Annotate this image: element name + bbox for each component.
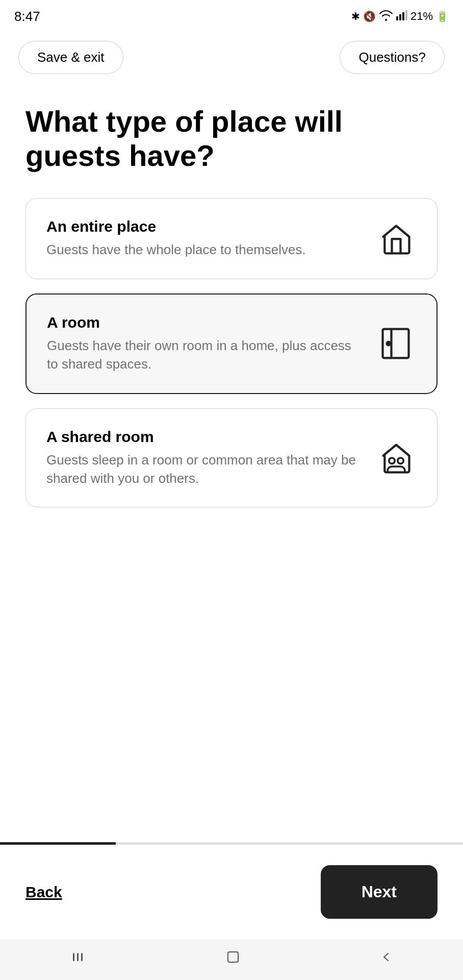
room-icon [375,323,416,364]
option-a-room[interactable]: A room Guests have their own room in a h… [25,293,438,394]
save-exit-button[interactable]: Save & exit [18,41,123,74]
svg-rect-9 [77,953,79,961]
option-shared-room-title: A shared room [46,428,361,446]
progress-segment-4 [347,842,463,845]
svg-rect-8 [73,953,74,961]
progress-segment-3 [232,842,347,845]
android-menu-icon[interactable] [70,951,86,963]
page-title: What type of place will guests have? [25,105,438,173]
signal-icon [396,10,407,23]
bottom-nav: Back Next [0,850,463,939]
svg-rect-3 [405,10,407,20]
battery-icon: 🔋 [436,10,449,22]
option-entire-place[interactable]: An entire place Guests have the whole pl… [25,198,438,279]
svg-rect-0 [396,16,398,20]
option-entire-place-desc: Guests have the whole place to themselve… [46,240,361,259]
wifi-icon [379,10,393,23]
main-content: What type of place will guests have? An … [0,84,463,842]
status-bar: 8:47 ✱ 🔇 21% 🔋 [0,0,463,31]
battery-percentage: 21% [410,10,433,23]
android-back-icon[interactable] [380,950,393,964]
svg-point-6 [389,458,395,463]
home-icon [376,218,417,259]
android-home-icon[interactable] [225,949,241,965]
svg-rect-1 [399,14,401,20]
bluetooth-icon: ✱ [351,10,360,22]
status-icons: ✱ 🔇 21% 🔋 [351,10,449,23]
option-shared-room[interactable]: A shared room Guests sleep in a room or … [25,408,438,508]
progress-segment-1 [0,842,116,845]
option-entire-place-title: An entire place [46,218,361,235]
svg-rect-11 [228,952,238,962]
option-shared-room-desc: Guests sleep in a room or common area th… [46,451,361,488]
shared-icon [376,437,417,478]
progress-bar [0,842,463,850]
status-time: 8:47 [14,9,40,24]
option-a-room-desc: Guests have their own room in a home, pl… [47,336,360,374]
mute-icon: 🔇 [363,10,376,22]
header-bar: Save & exit Questions? [0,31,463,84]
android-nav-bar [0,939,463,980]
progress-segment-2 [116,842,232,845]
questions-button[interactable]: Questions? [340,41,445,74]
svg-point-7 [398,458,403,463]
option-a-room-title: A room [47,314,360,331]
back-button[interactable]: Back [25,878,62,906]
svg-point-5 [387,342,390,345]
svg-rect-10 [81,953,83,961]
next-button[interactable]: Next [321,865,438,919]
svg-rect-2 [402,12,404,20]
